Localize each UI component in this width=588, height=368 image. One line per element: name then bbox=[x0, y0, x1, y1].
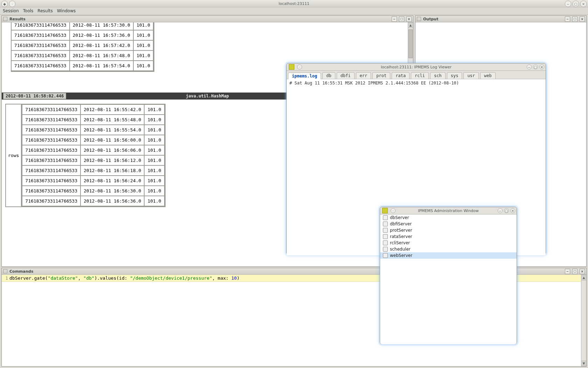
code-token: ).values( bbox=[94, 275, 119, 281]
log-tab-prot[interactable]: prot bbox=[372, 72, 390, 79]
table-row[interactable]: 71618367331147665332012-08-11 16:57:30.0… bbox=[11, 22, 153, 30]
cell-val: 101.0 bbox=[144, 176, 164, 186]
log-tab-sys[interactable]: sys bbox=[447, 72, 462, 79]
table-row[interactable]: 71618367331147665332012-08-11 16:56:12.0… bbox=[22, 155, 164, 165]
log-line: # Sat Aug 11 16:55:31 MSK 2012 IPMEMS 2.… bbox=[289, 81, 543, 86]
table-row[interactable]: 71618367331147665332012-08-11 16:56:36.0… bbox=[22, 196, 164, 206]
log-tab-usr[interactable]: usr bbox=[463, 72, 479, 79]
scroll-thumb[interactable] bbox=[408, 29, 413, 58]
log-tab-ipmems.log[interactable]: ipmems.log bbox=[288, 73, 321, 79]
toggle-icon[interactable] bbox=[3, 17, 7, 21]
admin-item-dbServer[interactable]: dbServer bbox=[380, 214, 517, 221]
log-min-button[interactable]: ‒ bbox=[527, 64, 532, 69]
cell-id: 7161836733114766533 bbox=[22, 176, 80, 186]
server-icon bbox=[383, 228, 388, 233]
scroll-down-icon[interactable]: ▼ bbox=[581, 361, 586, 366]
menu-results[interactable]: Results bbox=[37, 8, 52, 13]
commands-scrollbar[interactable]: ▲ ▼ bbox=[581, 275, 586, 366]
toggle-icon[interactable] bbox=[417, 17, 421, 21]
admin-item-dbfiServer[interactable]: dbfiServer bbox=[380, 221, 517, 227]
cell-id: 7161836733114766533 bbox=[22, 155, 80, 165]
admin-item-scheduler[interactable]: scheduler bbox=[380, 246, 517, 252]
commands-title: Commands bbox=[9, 269, 33, 274]
scroll-up-icon[interactable]: ▲ bbox=[581, 275, 586, 280]
scroll-up-icon[interactable]: ▲ bbox=[408, 22, 413, 28]
table-row[interactable]: 71618367331147665332012-08-11 16:56:24.0… bbox=[22, 176, 164, 186]
log-viewer-titlebar[interactable]: · localhost:23111: IPMEMS Log Viewer ‒ ▢… bbox=[287, 63, 546, 71]
log-viewer-title: localhost:23111: IPMEMS Log Viewer bbox=[381, 65, 451, 69]
cell-val: 101.0 bbox=[133, 22, 153, 30]
admin-max-button[interactable]: ▢ bbox=[504, 208, 509, 213]
table-row[interactable]: 71618367331147665332012-08-11 16:57:48.0… bbox=[11, 50, 153, 61]
admin-icon bbox=[382, 208, 388, 213]
cell-val: 101.0 bbox=[144, 115, 164, 125]
results-titlebar[interactable]: Results ‒ ▢ × bbox=[2, 16, 413, 22]
cell-t: 2012-08-11 16:56:12.0 bbox=[80, 155, 144, 165]
cell-id: 7161836733114766533 bbox=[22, 104, 80, 115]
output-close-button[interactable]: × bbox=[580, 16, 585, 22]
menu-tools[interactable]: Tools bbox=[23, 8, 34, 13]
output-titlebar[interactable]: Output ‒ ▢ × bbox=[415, 16, 586, 22]
commands-max-button[interactable]: ▢ bbox=[572, 269, 578, 274]
admin-item-rcliServer[interactable]: rcliServer bbox=[380, 240, 517, 246]
admin-item-rataServer[interactable]: rataServer bbox=[380, 233, 517, 240]
log-sticky-icon[interactable]: · bbox=[297, 64, 302, 69]
log-tab-sch[interactable]: sch bbox=[430, 72, 446, 79]
table-row[interactable]: 71618367331147665332012-08-11 16:56:30.0… bbox=[22, 186, 164, 196]
log-tab-rata[interactable]: rata bbox=[392, 72, 410, 79]
table-row[interactable]: 71618367331147665332012-08-11 16:57:36.0… bbox=[11, 30, 153, 40]
results-min-button[interactable]: ‒ bbox=[392, 16, 397, 22]
table-row[interactable]: 71618367331147665332012-08-11 16:55:54.0… bbox=[22, 125, 164, 135]
menu-session[interactable]: Session bbox=[3, 8, 19, 13]
cell-t: 2012-08-11 16:57:48.0 bbox=[70, 50, 133, 61]
toggle-icon[interactable] bbox=[3, 269, 7, 273]
admin-item-webServer[interactable]: webServer bbox=[380, 252, 517, 259]
admin-item-protServer[interactable]: protServer bbox=[380, 227, 517, 233]
maximize-button[interactable]: ▢ bbox=[573, 1, 579, 7]
log-close-button[interactable]: × bbox=[539, 64, 544, 69]
table-row[interactable]: 71618367331147665332012-08-11 16:55:42.0… bbox=[22, 104, 164, 115]
log-max-button[interactable]: ▢ bbox=[533, 64, 538, 69]
admin-window[interactable]: · IPMEMS Administration Window ‒ ▢ × dbS… bbox=[380, 207, 517, 344]
log-tab-db[interactable]: db bbox=[322, 72, 335, 79]
cell-val: 101.0 bbox=[133, 30, 153, 40]
table-row[interactable]: 71618367331147665332012-08-11 16:57:54.0… bbox=[11, 61, 153, 71]
table-row[interactable]: 71618367331147665332012-08-11 16:55:48.0… bbox=[22, 115, 164, 125]
cell-id: 7161836733114766533 bbox=[11, 40, 70, 50]
menu-windows[interactable]: Windows bbox=[57, 8, 76, 13]
server-icon bbox=[383, 215, 388, 220]
log-tab-err[interactable]: err bbox=[356, 72, 371, 79]
sticky-icon[interactable]: · bbox=[9, 1, 15, 7]
cell-t: 2012-08-11 16:57:54.0 bbox=[70, 61, 133, 71]
table-row[interactable]: 71618367331147665332012-08-11 16:57:42.0… bbox=[11, 40, 153, 50]
cell-val: 101.0 bbox=[133, 40, 153, 50]
log-tab-dbfi[interactable]: dbfi bbox=[337, 72, 355, 79]
results-close-button[interactable]: × bbox=[406, 16, 412, 22]
results-max-button[interactable]: ▢ bbox=[399, 16, 404, 22]
table-row[interactable]: 71618367331147665332012-08-11 16:56:18.0… bbox=[22, 165, 164, 176]
admin-min-button[interactable]: ‒ bbox=[498, 208, 503, 213]
commands-close-button[interactable]: × bbox=[580, 269, 585, 274]
app-window: ◆ · localhost:23111 ‒ ▢ × Session Tools … bbox=[0, 0, 588, 368]
table-row[interactable]: 71618367331147665332012-08-11 16:56:00.0… bbox=[22, 135, 164, 145]
table-row[interactable]: 71618367331147665332012-08-11 16:56:06.0… bbox=[22, 145, 164, 155]
code-token: 10 bbox=[231, 275, 237, 281]
admin-close-button[interactable]: × bbox=[510, 208, 515, 213]
cell-t: 2012-08-11 16:56:30.0 bbox=[80, 186, 144, 196]
admin-item-label: dbServer bbox=[390, 215, 409, 220]
results-class: java.util.HashMap bbox=[186, 94, 229, 98]
cell-id: 7161836733114766533 bbox=[22, 165, 80, 176]
commands-min-button[interactable]: ‒ bbox=[565, 269, 570, 274]
admin-titlebar[interactable]: · IPMEMS Administration Window ‒ ▢ × bbox=[380, 207, 517, 214]
close-button[interactable]: × bbox=[580, 1, 587, 7]
output-min-button[interactable]: ‒ bbox=[565, 16, 570, 22]
cell-id: 7161836733114766533 bbox=[11, 50, 70, 61]
results-timestamp: 2012-08-11 16:58:02.446 bbox=[3, 93, 66, 99]
admin-sticky-icon[interactable]: · bbox=[391, 208, 396, 213]
cell-t: 2012-08-11 16:55:48.0 bbox=[80, 115, 144, 125]
log-tab-rcli[interactable]: rcli bbox=[411, 72, 429, 79]
minimize-button[interactable]: ‒ bbox=[565, 1, 571, 7]
code-token: id: bbox=[119, 275, 130, 281]
log-tab-web[interactable]: web bbox=[480, 72, 496, 79]
output-max-button[interactable]: ▢ bbox=[572, 16, 578, 22]
